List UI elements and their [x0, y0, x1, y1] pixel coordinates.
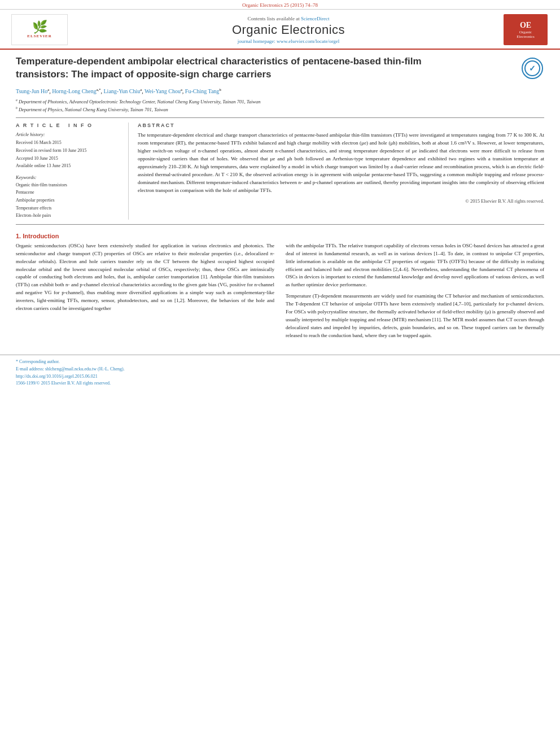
- keyword-2: Pentacene: [16, 189, 120, 196]
- intro-para-right-2: Temperature (T)-dependent measurements a…: [286, 292, 544, 340]
- article-info-col: A R T I C L E I N F O Article history: R…: [16, 123, 129, 219]
- keywords-label: Keywords:: [16, 174, 120, 180]
- oe-logo-icon: OE: [520, 21, 531, 30]
- article-body: Temperature-dependent ambipolar electric…: [0, 50, 560, 355]
- author-2: Horng-Long Cheng: [52, 88, 97, 94]
- copyright-notice: © 2015 Elsevier B.V. All rights reserved…: [138, 198, 544, 204]
- authors-line: Tsung-Jun Hoa, Horng-Long Chenga,*, Lian…: [16, 87, 544, 95]
- journal-title: Organic Electronics: [73, 23, 504, 37]
- introduction-section: 1. Introduction Organic semiconductors (…: [16, 233, 544, 343]
- email-note: E-mail address: shlcheng@mail.ncku.edu.t…: [16, 366, 125, 373]
- article-title: Temperature-dependent ambipolar electric…: [16, 55, 422, 81]
- elsevier-logo: 🌿 ELSEVIER: [11, 14, 68, 45]
- svg-text:✓: ✓: [529, 64, 536, 73]
- keyword-4: Temperature effects: [16, 204, 120, 212]
- author-3: Liang-Yun Chiu: [104, 88, 141, 94]
- author-4: Wei-Yang Chou: [145, 88, 181, 94]
- homepage-text: journal homepage: www.elsevier.com/locat…: [238, 38, 340, 44]
- date-online: Available online 13 June 2015: [16, 162, 120, 170]
- intro-col-right: with the ambipolar TFTs. The relative tr…: [286, 242, 544, 343]
- elsevier-brand-text: ELSEVIER: [27, 34, 51, 38]
- history-label: Article history:: [16, 132, 120, 137]
- journal-citation: Organic Electronics 25 (2015) 74–78: [242, 2, 318, 8]
- article-dates: Received 16 March 2015 Received in revis…: [16, 139, 120, 169]
- info-abstract-section: A R T I C L E I N F O Article history: R…: [16, 117, 544, 224]
- page-header: 🌿 ELSEVIER Contents lists available at S…: [0, 10, 560, 50]
- intro-two-col: Organic semiconductors (OSCs) have been …: [16, 242, 544, 343]
- footer-issn: 1566-1199/© 2015 Elsevier B.V. All right…: [16, 380, 125, 387]
- elsevier-logo-container: 🌿 ELSEVIER: [11, 14, 73, 45]
- keywords-list: Organic thin-film transistors Pentacene …: [16, 181, 120, 220]
- abstract-label: ABSTRACT: [138, 123, 544, 128]
- contents-label-text: Contents lists available at: [248, 16, 300, 21]
- author-1: Tsung-Jun Ho: [16, 88, 47, 94]
- crossmark-badge: ✓: [522, 58, 543, 79]
- affiliation-b: b Department of Physics, National Cheng …: [16, 106, 544, 113]
- keyword-1: Organic thin-film transistors: [16, 181, 120, 189]
- date-revised: Received in revised form 10 June 2015: [16, 147, 120, 155]
- affiliation-a: a Department of Photonics, Advanced Opto…: [16, 98, 544, 106]
- keyword-5: Electron–hole pairs: [16, 212, 120, 220]
- journal-header-center: Contents lists available at ScienceDirec…: [73, 16, 504, 44]
- title-row: Temperature-dependent ambipolar electric…: [16, 55, 544, 87]
- intro-para-right-1: with the ambipolar TFTs. The relative tr…: [286, 242, 544, 290]
- intro-heading: 1. Introduction: [16, 233, 544, 239]
- oe-logo-subtitle: OrganicElectronics: [517, 30, 535, 39]
- affiliations: a Department of Photonics, Advanced Opto…: [16, 98, 544, 113]
- oe-logo-container: OE OrganicElectronics: [504, 14, 549, 45]
- crossmark-container: ✓: [522, 58, 544, 80]
- sciencedirect-label: Contents lists available at ScienceDirec…: [73, 16, 504, 21]
- sciencedirect-link[interactable]: ScienceDirect: [301, 16, 329, 21]
- footer-left: * Corresponding author. E-mail address: …: [16, 359, 125, 387]
- intro-col-left: Organic semiconductors (OSCs) have been …: [16, 242, 274, 343]
- intro-para-left: Organic semiconductors (OSCs) have been …: [16, 242, 274, 313]
- date-accepted: Accepted 10 June 2015: [16, 155, 120, 163]
- journal-homepage: journal homepage: www.elsevier.com/locat…: [73, 38, 504, 44]
- article-info-label: A R T I C L E I N F O: [16, 123, 120, 128]
- date-received: Received 16 March 2015: [16, 139, 120, 147]
- oe-logo: OE OrganicElectronics: [504, 14, 548, 45]
- journal-bar: Organic Electronics 25 (2015) 74–78: [0, 0, 560, 10]
- footer-doi[interactable]: http://dx.doi.org/10.1016/j.orgel.2015.0…: [16, 373, 125, 381]
- crossmark-icon: ✓: [524, 60, 540, 76]
- page-footer: * Corresponding author. E-mail address: …: [0, 355, 560, 390]
- corresponding-note: * Corresponding author.: [16, 359, 125, 366]
- author-5: Fu-Ching Tang: [185, 88, 220, 94]
- abstract-col: ABSTRACT The temperature-dependent elect…: [129, 123, 544, 219]
- elsevier-tree-icon: 🌿: [32, 21, 47, 33]
- keyword-3: Ambipolar properties: [16, 196, 120, 204]
- abstract-text: The temperature-dependent electrical and…: [138, 132, 544, 195]
